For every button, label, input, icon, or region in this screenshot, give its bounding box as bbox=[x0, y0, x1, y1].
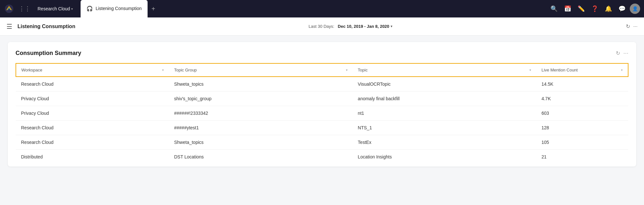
page-title: Listening Consumption bbox=[17, 24, 75, 29]
app-name-button[interactable]: Research Cloud ▾ bbox=[35, 5, 75, 13]
consumption-table: Workspace ▾ Topic Group ▾ Topic ▾ bbox=[16, 63, 628, 164]
date-range-caret: ▾ bbox=[391, 24, 393, 28]
cell-topicgroup-2: ######!2333342 bbox=[169, 106, 353, 121]
menu-icon[interactable]: ☰ bbox=[6, 23, 12, 30]
main-content: Consumption Summary ↻ ⋯ Workspace ▾ bbox=[0, 36, 644, 173]
search-button[interactable]: 🔍 bbox=[548, 3, 560, 15]
app-name-chevron: ▾ bbox=[71, 7, 73, 11]
cell-count-5: 21 bbox=[536, 150, 628, 164]
sub-navigation: ☰ Listening Consumption Last 30 Days: De… bbox=[0, 17, 644, 36]
cell-topic-2: nt1 bbox=[353, 106, 537, 121]
tab-label: Listening Consumption bbox=[95, 6, 141, 11]
more-options-button[interactable]: ··· bbox=[633, 24, 638, 29]
card-header: Consumption Summary ↻ ⋯ bbox=[16, 50, 628, 57]
date-range-button[interactable]: Dec 10, 2019 - Jan 8, 2020 ▾ bbox=[338, 24, 393, 29]
card-actions: ↻ ⋯ bbox=[616, 50, 628, 56]
app-logo bbox=[4, 4, 14, 14]
cell-topic-3: NTS_1 bbox=[353, 121, 537, 135]
sub-nav-right: ↻ ··· bbox=[626, 23, 638, 29]
card-refresh-button[interactable]: ↻ bbox=[616, 50, 620, 56]
date-range-value: Dec 10, 2019 - Jan 8, 2020 bbox=[338, 24, 389, 29]
cell-topicgroup-4: Shweta_topics bbox=[169, 135, 353, 150]
cell-count-0: 14.5K bbox=[536, 77, 628, 92]
card-title: Consumption Summary bbox=[16, 50, 81, 57]
col-header-topicgroup[interactable]: Topic Group ▾ bbox=[169, 63, 353, 77]
livemention-col-caret: ▾ bbox=[621, 68, 623, 72]
edit-button[interactable]: ✏️ bbox=[575, 3, 587, 15]
table-row: Research Cloud #####ytest1 NTS_1 128 bbox=[16, 121, 628, 135]
cell-workspace-4: Research Cloud bbox=[16, 135, 169, 150]
cell-topic-1: anomaly final backfill bbox=[353, 92, 537, 106]
cell-workspace-3: Research Cloud bbox=[16, 121, 169, 135]
help-button[interactable]: ❓ bbox=[589, 3, 601, 15]
table-row: Privacy Cloud ######!2333342 nt1 603 bbox=[16, 106, 628, 121]
nav-tabs: 🎧 Listening Consumption + bbox=[81, 0, 159, 17]
tab-listening-consumption[interactable]: 🎧 Listening Consumption bbox=[81, 0, 147, 17]
col-header-topic[interactable]: Topic ▾ bbox=[353, 63, 537, 77]
top-navigation: ⋮⋮ Research Cloud ▾ 🎧 Listening Consumpt… bbox=[0, 0, 644, 17]
cell-topicgroup-5: DST Locations bbox=[169, 150, 353, 164]
cell-topicgroup-1: shiv's_topic_group bbox=[169, 92, 353, 106]
user-avatar[interactable]: 👤 bbox=[630, 4, 640, 14]
date-prefix-label: Last 30 Days: bbox=[308, 24, 334, 29]
cell-topic-5: Location Insights bbox=[353, 150, 537, 164]
col-header-workspace[interactable]: Workspace ▾ bbox=[16, 63, 169, 77]
svg-point-0 bbox=[5, 5, 13, 13]
cell-count-4: 105 bbox=[536, 135, 628, 150]
cell-workspace-5: Distributed bbox=[16, 150, 169, 164]
tab-icon: 🎧 bbox=[86, 5, 93, 12]
cell-workspace-1: Privacy Cloud bbox=[16, 92, 169, 106]
table-header-row: Workspace ▾ Topic Group ▾ Topic ▾ bbox=[16, 63, 628, 77]
nav-right-icons: 🔍 📅 ✏️ ❓ 🔔 💬 👤 bbox=[548, 3, 640, 15]
table-header: Workspace ▾ Topic Group ▾ Topic ▾ bbox=[16, 63, 628, 77]
date-range-section: Last 30 Days: Dec 10, 2019 - Jan 8, 2020… bbox=[308, 24, 392, 29]
col-header-livemention[interactable]: Live Mention Count ▾ bbox=[536, 63, 628, 77]
table-row: Distributed DST Locations Location Insig… bbox=[16, 150, 628, 164]
table-row: Privacy Cloud shiv's_topic_group anomaly… bbox=[16, 92, 628, 106]
grid-icon[interactable]: ⋮⋮ bbox=[17, 3, 32, 14]
calendar-button[interactable]: 📅 bbox=[562, 3, 573, 15]
card-more-button[interactable]: ⋯ bbox=[623, 50, 628, 56]
refresh-button[interactable]: ↻ bbox=[626, 23, 630, 29]
table-body: Research Cloud Shweta_topics VisualOCRTo… bbox=[16, 77, 628, 164]
topic-col-caret: ▾ bbox=[529, 68, 531, 72]
cell-topicgroup-3: #####ytest1 bbox=[169, 121, 353, 135]
table-row: Research Cloud Shweta_topics VisualOCRTo… bbox=[16, 77, 628, 92]
app-name-label: Research Cloud bbox=[38, 6, 70, 11]
cell-workspace-2: Privacy Cloud bbox=[16, 106, 169, 121]
cell-topic-0: VisualOCRTopic bbox=[353, 77, 537, 92]
cell-count-2: 603 bbox=[536, 106, 628, 121]
notifications-button[interactable]: 🔔 bbox=[603, 3, 614, 15]
chat-button[interactable]: 💬 bbox=[616, 3, 628, 15]
table-row: Research Cloud Shweta_topics TestEx 105 bbox=[16, 135, 628, 150]
cell-workspace-0: Research Cloud bbox=[16, 77, 169, 92]
cell-topic-4: TestEx bbox=[353, 135, 537, 150]
cell-count-1: 4.7K bbox=[536, 92, 628, 106]
topicgroup-col-caret: ▾ bbox=[346, 68, 348, 72]
cell-topicgroup-0: Shweta_topics bbox=[169, 77, 353, 92]
consumption-summary-card: Consumption Summary ↻ ⋯ Workspace ▾ bbox=[8, 42, 636, 167]
workspace-col-caret: ▾ bbox=[162, 68, 164, 72]
cell-count-3: 128 bbox=[536, 121, 628, 135]
add-tab-button[interactable]: + bbox=[148, 3, 159, 15]
